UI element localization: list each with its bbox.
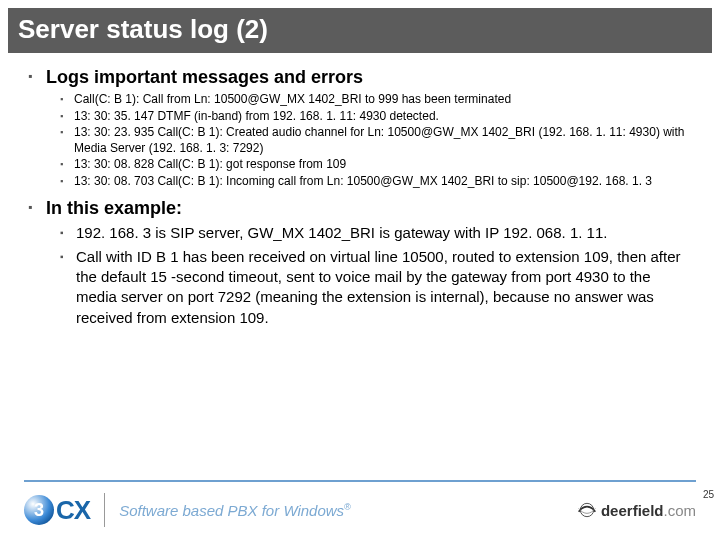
deerfield-logo: deerfield.com: [577, 500, 696, 520]
tagline: Software based PBX for Windows®: [119, 502, 351, 519]
section-heading: Logs important messages and errors: [46, 67, 363, 87]
logo-3cx: 3 CX: [24, 495, 90, 526]
footer-row: 3 CX Software based PBX for Windows® dee…: [0, 488, 720, 532]
note-item: 192. 168. 3 is SIP server, GW_MX 1402_BR…: [60, 223, 692, 243]
slide: Server status log (2) Logs important mes…: [0, 8, 720, 540]
registered-icon: ®: [344, 502, 351, 512]
section-logs: Logs important messages and errors Call(…: [28, 67, 692, 190]
deerfield-text: deerfield.com: [601, 502, 696, 519]
globe-swoosh-icon: [577, 500, 597, 520]
content-list: Logs important messages and errors Call(…: [28, 67, 692, 328]
section-example: In this example: 192. 168. 3 is SIP serv…: [28, 198, 692, 328]
slide-body: Logs important messages and errors Call(…: [0, 53, 720, 328]
section-heading: In this example:: [46, 198, 182, 218]
deerfield-suffix: .com: [663, 502, 696, 519]
logo-3cx-text: CX: [56, 495, 90, 526]
logo-3cx-ball-icon: 3: [24, 495, 54, 525]
deerfield-name: deerfield: [601, 502, 664, 519]
slide-title: Server status log (2): [8, 8, 712, 53]
tagline-text: Software based PBX for Windows: [119, 502, 344, 519]
log-item: 13: 30: 08. 828 Call(C: B 1): got respon…: [60, 157, 692, 173]
footer-rule: [24, 480, 696, 482]
log-item: 13: 30: 35. 147 DTMF (in-band) from 192.…: [60, 109, 692, 125]
note-list: 192. 168. 3 is SIP server, GW_MX 1402_BR…: [60, 223, 692, 328]
footer: 3 CX Software based PBX for Windows® dee…: [0, 480, 720, 540]
note-item: Call with ID B 1 has been received on vi…: [60, 247, 692, 328]
log-item: Call(C: B 1): Call from Ln: 10500@GW_MX …: [60, 92, 692, 108]
log-list: Call(C: B 1): Call from Ln: 10500@GW_MX …: [60, 92, 692, 190]
svg-point-0: [580, 503, 593, 516]
log-item: 13: 30: 23. 935 Call(C: B 1): Created au…: [60, 125, 692, 156]
footer-divider: [104, 493, 105, 527]
log-item: 13: 30: 08. 703 Call(C: B 1): Incoming c…: [60, 174, 692, 190]
